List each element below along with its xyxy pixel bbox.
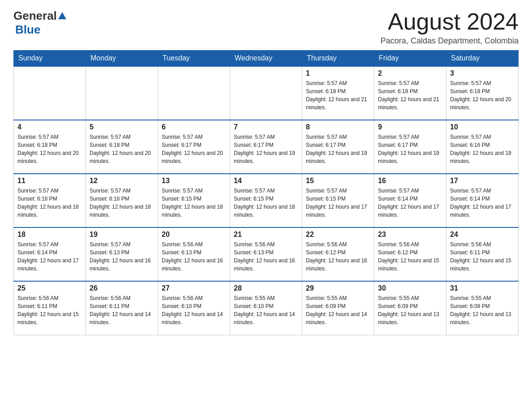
header-tuesday: Tuesday bbox=[158, 51, 230, 67]
calendar-week-row: 1Sunrise: 5:57 AMSunset: 6:18 PMDaylight… bbox=[14, 66, 519, 120]
logo: General Blue bbox=[13, 9, 66, 37]
table-row: 4Sunrise: 5:57 AMSunset: 6:18 PMDaylight… bbox=[14, 120, 86, 174]
day-number: 27 bbox=[162, 284, 226, 292]
calendar-week-row: 25Sunrise: 5:56 AMSunset: 6:11 PMDayligh… bbox=[14, 281, 519, 335]
table-row bbox=[158, 66, 230, 120]
table-row: 27Sunrise: 5:56 AMSunset: 6:10 PMDayligh… bbox=[158, 281, 230, 335]
day-info: Sunrise: 5:57 AMSunset: 6:16 PMDaylight:… bbox=[450, 133, 515, 165]
table-row: 13Sunrise: 5:57 AMSunset: 6:15 PMDayligh… bbox=[158, 174, 230, 227]
table-row: 30Sunrise: 5:55 AMSunset: 6:09 PMDayligh… bbox=[374, 281, 446, 335]
day-number: 29 bbox=[306, 284, 370, 292]
logo-general: General bbox=[13, 9, 57, 23]
day-info: Sunrise: 5:57 AMSunset: 6:13 PMDaylight:… bbox=[90, 240, 154, 273]
header-friday: Friday bbox=[374, 51, 446, 67]
day-number: 13 bbox=[162, 177, 226, 185]
day-number: 23 bbox=[378, 231, 442, 239]
location: Pacora, Caldas Department, Colombia bbox=[381, 36, 519, 46]
header-saturday: Saturday bbox=[446, 51, 519, 67]
day-info: Sunrise: 5:55 AMSunset: 6:08 PMDaylight:… bbox=[450, 294, 515, 326]
day-info: Sunrise: 5:56 AMSunset: 6:13 PMDaylight:… bbox=[162, 240, 226, 273]
table-row: 24Sunrise: 5:56 AMSunset: 6:11 PMDayligh… bbox=[446, 227, 519, 281]
day-number: 24 bbox=[450, 231, 515, 239]
table-row: 12Sunrise: 5:57 AMSunset: 6:16 PMDayligh… bbox=[86, 174, 158, 227]
day-info: Sunrise: 5:57 AMSunset: 6:18 PMDaylight:… bbox=[90, 133, 154, 165]
day-info: Sunrise: 5:57 AMSunset: 6:16 PMDaylight:… bbox=[90, 187, 154, 219]
table-row: 2Sunrise: 5:57 AMSunset: 6:18 PMDaylight… bbox=[374, 66, 446, 120]
table-row: 31Sunrise: 5:55 AMSunset: 6:08 PMDayligh… bbox=[446, 281, 519, 335]
day-info: Sunrise: 5:56 AMSunset: 6:10 PMDaylight:… bbox=[162, 294, 226, 326]
table-row: 19Sunrise: 5:57 AMSunset: 6:13 PMDayligh… bbox=[86, 227, 158, 281]
header-sunday: Sunday bbox=[14, 51, 86, 67]
day-number: 6 bbox=[162, 123, 226, 131]
day-number: 15 bbox=[306, 177, 370, 185]
svg-marker-0 bbox=[58, 12, 66, 19]
table-row: 5Sunrise: 5:57 AMSunset: 6:18 PMDaylight… bbox=[86, 120, 158, 174]
day-number: 2 bbox=[378, 69, 442, 77]
day-info: Sunrise: 5:57 AMSunset: 6:16 PMDaylight:… bbox=[17, 187, 82, 219]
table-row: 8Sunrise: 5:57 AMSunset: 6:17 PMDaylight… bbox=[302, 120, 374, 174]
day-number: 12 bbox=[90, 177, 154, 185]
day-info: Sunrise: 5:56 AMSunset: 6:12 PMDaylight:… bbox=[378, 240, 442, 273]
table-row bbox=[86, 66, 158, 120]
table-row: 14Sunrise: 5:57 AMSunset: 6:15 PMDayligh… bbox=[230, 174, 302, 227]
day-number: 20 bbox=[162, 231, 226, 239]
day-number: 17 bbox=[450, 177, 515, 185]
day-number: 5 bbox=[90, 123, 154, 131]
day-number: 10 bbox=[450, 123, 515, 131]
day-info: Sunrise: 5:57 AMSunset: 6:18 PMDaylight:… bbox=[378, 79, 442, 111]
calendar-table: Sunday Monday Tuesday Wednesday Thursday… bbox=[13, 50, 519, 335]
table-row: 18Sunrise: 5:57 AMSunset: 6:14 PMDayligh… bbox=[14, 227, 86, 281]
day-number: 28 bbox=[234, 284, 298, 292]
day-number: 14 bbox=[234, 177, 298, 185]
page-header: General Blue August 2024 Pacora, Caldas … bbox=[13, 9, 519, 46]
table-row: 3Sunrise: 5:57 AMSunset: 6:18 PMDaylight… bbox=[446, 66, 519, 120]
calendar-week-row: 18Sunrise: 5:57 AMSunset: 6:14 PMDayligh… bbox=[14, 227, 519, 281]
day-number: 31 bbox=[450, 284, 515, 292]
calendar-week-row: 11Sunrise: 5:57 AMSunset: 6:16 PMDayligh… bbox=[14, 174, 519, 227]
day-info: Sunrise: 5:57 AMSunset: 6:17 PMDaylight:… bbox=[378, 133, 442, 165]
day-number: 30 bbox=[378, 284, 442, 292]
day-number: 25 bbox=[17, 284, 82, 292]
day-number: 1 bbox=[306, 69, 370, 77]
table-row: 28Sunrise: 5:55 AMSunset: 6:10 PMDayligh… bbox=[230, 281, 302, 335]
day-info: Sunrise: 5:55 AMSunset: 6:09 PMDaylight:… bbox=[378, 294, 442, 326]
day-info: Sunrise: 5:57 AMSunset: 6:15 PMDaylight:… bbox=[306, 187, 370, 219]
day-number: 26 bbox=[90, 284, 154, 292]
day-info: Sunrise: 5:57 AMSunset: 6:17 PMDaylight:… bbox=[234, 133, 298, 165]
day-info: Sunrise: 5:57 AMSunset: 6:18 PMDaylight:… bbox=[17, 133, 82, 165]
day-info: Sunrise: 5:57 AMSunset: 6:17 PMDaylight:… bbox=[306, 133, 370, 165]
table-row: 1Sunrise: 5:57 AMSunset: 6:18 PMDaylight… bbox=[302, 66, 374, 120]
month-title: August 2024 bbox=[381, 9, 519, 34]
day-info: Sunrise: 5:57 AMSunset: 6:14 PMDaylight:… bbox=[17, 240, 82, 273]
table-row: 22Sunrise: 5:56 AMSunset: 6:12 PMDayligh… bbox=[302, 227, 374, 281]
day-info: Sunrise: 5:57 AMSunset: 6:15 PMDaylight:… bbox=[234, 187, 298, 219]
day-info: Sunrise: 5:56 AMSunset: 6:11 PMDaylight:… bbox=[90, 294, 154, 326]
day-info: Sunrise: 5:57 AMSunset: 6:17 PMDaylight:… bbox=[162, 133, 226, 165]
day-info: Sunrise: 5:56 AMSunset: 6:11 PMDaylight:… bbox=[450, 240, 515, 273]
header-thursday: Thursday bbox=[302, 51, 374, 67]
calendar-week-row: 4Sunrise: 5:57 AMSunset: 6:18 PMDaylight… bbox=[14, 120, 519, 174]
day-number: 21 bbox=[234, 231, 298, 239]
logo-blue: Blue bbox=[15, 23, 40, 36]
day-number: 3 bbox=[450, 69, 515, 77]
table-row: 29Sunrise: 5:55 AMSunset: 6:09 PMDayligh… bbox=[302, 281, 374, 335]
day-number: 19 bbox=[90, 231, 154, 239]
day-info: Sunrise: 5:57 AMSunset: 6:15 PMDaylight:… bbox=[162, 187, 226, 219]
day-number: 4 bbox=[17, 123, 82, 131]
table-row: 20Sunrise: 5:56 AMSunset: 6:13 PMDayligh… bbox=[158, 227, 230, 281]
header-wednesday: Wednesday bbox=[230, 51, 302, 67]
day-number: 11 bbox=[17, 177, 82, 185]
day-number: 9 bbox=[378, 123, 442, 131]
table-row: 15Sunrise: 5:57 AMSunset: 6:15 PMDayligh… bbox=[302, 174, 374, 227]
table-row: 17Sunrise: 5:57 AMSunset: 6:14 PMDayligh… bbox=[446, 174, 519, 227]
table-row: 7Sunrise: 5:57 AMSunset: 6:17 PMDaylight… bbox=[230, 120, 302, 174]
table-row bbox=[230, 66, 302, 120]
header-monday: Monday bbox=[86, 51, 158, 67]
day-info: Sunrise: 5:57 AMSunset: 6:14 PMDaylight:… bbox=[378, 187, 442, 219]
day-info: Sunrise: 5:56 AMSunset: 6:11 PMDaylight:… bbox=[17, 294, 82, 326]
day-info: Sunrise: 5:55 AMSunset: 6:10 PMDaylight:… bbox=[234, 294, 298, 326]
table-row: 11Sunrise: 5:57 AMSunset: 6:16 PMDayligh… bbox=[14, 174, 86, 227]
table-row: 10Sunrise: 5:57 AMSunset: 6:16 PMDayligh… bbox=[446, 120, 519, 174]
table-row: 21Sunrise: 5:56 AMSunset: 6:13 PMDayligh… bbox=[230, 227, 302, 281]
day-number: 8 bbox=[306, 123, 370, 131]
